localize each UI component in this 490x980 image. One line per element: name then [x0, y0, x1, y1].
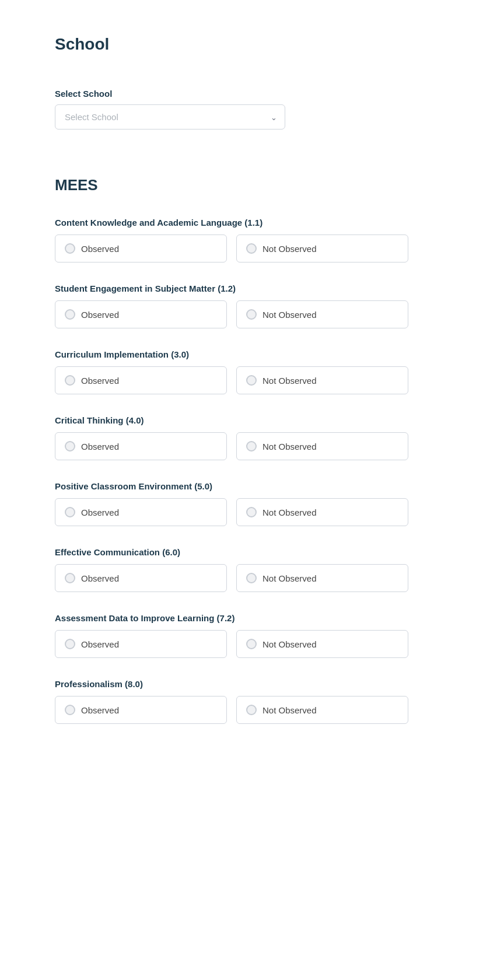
observed-label-4.0: Observed: [81, 442, 119, 452]
observed-circle-3.0: [65, 375, 75, 386]
observed-option-6.0[interactable]: Observed: [55, 564, 227, 592]
observed-circle-6.0: [65, 573, 75, 583]
not-observed-label-1.2: Not Observed: [262, 310, 317, 320]
criterion-block-3.0: Curriculum Implementation (3.0) Observed…: [55, 349, 435, 394]
mees-title: MEES: [55, 176, 435, 194]
criterion-block-6.0: Effective Communication (6.0) Observed N…: [55, 547, 435, 592]
observed-option-3.0[interactable]: Observed: [55, 366, 227, 394]
not-observed-option-1.1[interactable]: Not Observed: [236, 235, 408, 262]
observed-circle-8.0: [65, 705, 75, 715]
radio-row-5.0: Observed Not Observed: [55, 498, 435, 526]
criterion-label-6.0: Effective Communication (6.0): [55, 547, 435, 557]
observed-circle-7.2: [65, 639, 75, 649]
select-school-section: Select School Select School ⌄: [55, 89, 435, 130]
observed-circle-1.2: [65, 309, 75, 320]
criterion-label-1.1: Content Knowledge and Academic Language …: [55, 218, 435, 228]
not-observed-label-3.0: Not Observed: [262, 376, 317, 386]
observed-option-1.2[interactable]: Observed: [55, 300, 227, 328]
criterion-label-7.2: Assessment Data to Improve Learning (7.2…: [55, 613, 435, 623]
observed-circle-4.0: [65, 441, 75, 452]
select-school-dropdown[interactable]: Select School: [55, 104, 285, 130]
criteria-container: Content Knowledge and Academic Language …: [55, 218, 435, 724]
observed-circle-1.1: [65, 243, 75, 254]
page-container: School Select School Select School ⌄ MEE…: [0, 0, 490, 780]
not-observed-circle-1.2: [246, 309, 257, 320]
select-school-label: Select School: [55, 89, 435, 99]
page-title: School: [55, 35, 435, 54]
not-observed-circle-6.0: [246, 573, 257, 583]
observed-label-7.2: Observed: [81, 639, 119, 649]
select-school-wrapper: Select School ⌄: [55, 104, 285, 130]
criterion-label-3.0: Curriculum Implementation (3.0): [55, 349, 435, 359]
not-observed-circle-8.0: [246, 705, 257, 715]
criterion-block-7.2: Assessment Data to Improve Learning (7.2…: [55, 613, 435, 658]
criterion-block-8.0: Professionalism (8.0) Observed Not Obser…: [55, 679, 435, 724]
not-observed-circle-3.0: [246, 375, 257, 386]
observed-option-5.0[interactable]: Observed: [55, 498, 227, 526]
radio-row-1.1: Observed Not Observed: [55, 235, 435, 262]
criterion-label-4.0: Critical Thinking (4.0): [55, 415, 435, 425]
radio-row-3.0: Observed Not Observed: [55, 366, 435, 394]
not-observed-option-4.0[interactable]: Not Observed: [236, 432, 408, 460]
not-observed-option-7.2[interactable]: Not Observed: [236, 630, 408, 658]
not-observed-option-8.0[interactable]: Not Observed: [236, 696, 408, 724]
radio-row-1.2: Observed Not Observed: [55, 300, 435, 328]
observed-option-4.0[interactable]: Observed: [55, 432, 227, 460]
not-observed-label-5.0: Not Observed: [262, 508, 317, 517]
criterion-label-1.2: Student Engagement in Subject Matter (1.…: [55, 284, 435, 293]
observed-label-1.2: Observed: [81, 310, 119, 320]
observed-option-8.0[interactable]: Observed: [55, 696, 227, 724]
observed-label-3.0: Observed: [81, 376, 119, 386]
not-observed-option-1.2[interactable]: Not Observed: [236, 300, 408, 328]
radio-row-7.2: Observed Not Observed: [55, 630, 435, 658]
not-observed-option-3.0[interactable]: Not Observed: [236, 366, 408, 394]
radio-row-6.0: Observed Not Observed: [55, 564, 435, 592]
observed-label-1.1: Observed: [81, 244, 119, 254]
criterion-block-1.2: Student Engagement in Subject Matter (1.…: [55, 284, 435, 328]
not-observed-circle-1.1: [246, 243, 257, 254]
not-observed-circle-7.2: [246, 639, 257, 649]
not-observed-label-7.2: Not Observed: [262, 639, 317, 649]
criterion-block-5.0: Positive Classroom Environment (5.0) Obs…: [55, 481, 435, 526]
radio-row-8.0: Observed Not Observed: [55, 696, 435, 724]
not-observed-label-8.0: Not Observed: [262, 705, 317, 715]
not-observed-option-5.0[interactable]: Not Observed: [236, 498, 408, 526]
not-observed-option-6.0[interactable]: Not Observed: [236, 564, 408, 592]
radio-row-4.0: Observed Not Observed: [55, 432, 435, 460]
observed-circle-5.0: [65, 507, 75, 517]
not-observed-label-1.1: Not Observed: [262, 244, 317, 254]
not-observed-label-4.0: Not Observed: [262, 442, 317, 452]
not-observed-label-6.0: Not Observed: [262, 573, 317, 583]
observed-label-6.0: Observed: [81, 573, 119, 583]
observed-label-8.0: Observed: [81, 705, 119, 715]
criterion-block-1.1: Content Knowledge and Academic Language …: [55, 218, 435, 262]
observed-option-1.1[interactable]: Observed: [55, 235, 227, 262]
criterion-label-5.0: Positive Classroom Environment (5.0): [55, 481, 435, 491]
criterion-block-4.0: Critical Thinking (4.0) Observed Not Obs…: [55, 415, 435, 460]
observed-label-5.0: Observed: [81, 508, 119, 517]
mees-section: MEES Content Knowledge and Academic Lang…: [55, 176, 435, 724]
not-observed-circle-4.0: [246, 441, 257, 452]
observed-option-7.2[interactable]: Observed: [55, 630, 227, 658]
not-observed-circle-5.0: [246, 507, 257, 517]
criterion-label-8.0: Professionalism (8.0): [55, 679, 435, 689]
